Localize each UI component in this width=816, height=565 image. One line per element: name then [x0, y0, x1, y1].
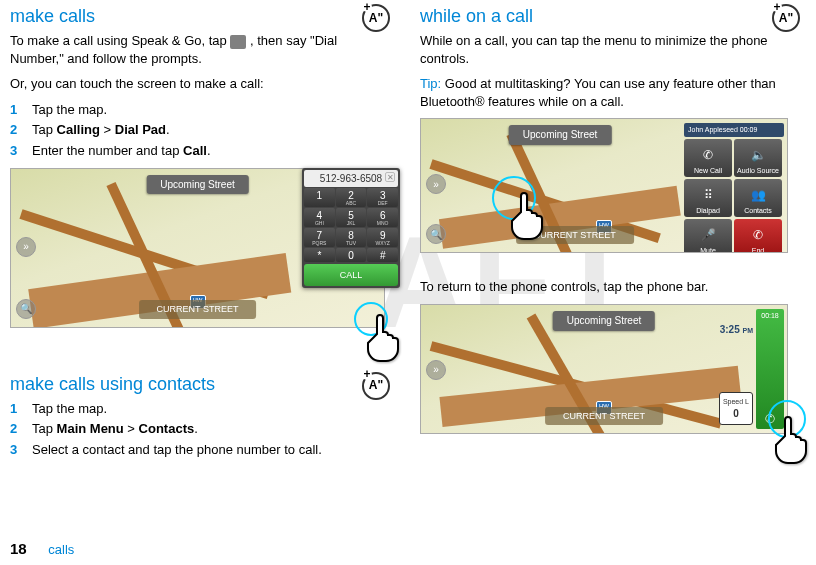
current-street-label: CURRENT STREET — [545, 407, 663, 425]
upcoming-street-bar: Upcoming Street — [553, 311, 655, 331]
dial-key[interactable]: * — [304, 248, 335, 262]
clear-icon[interactable]: ✕ — [385, 172, 395, 182]
search-icon[interactable]: 🔍 — [16, 299, 36, 319]
on-call-tip: Tip: Good at multitasking? You can use a… — [420, 75, 800, 110]
left-column: make calls A" To make a call using Speak… — [10, 4, 390, 467]
dialed-number-display: 512-963-6508 ✕ — [304, 170, 398, 188]
dial-key[interactable]: 3DEF — [367, 188, 398, 207]
step-number: 2 — [10, 420, 32, 438]
figure-in-call: Upcoming Street John Appleseed 00:09 » 🔍… — [420, 118, 788, 253]
speed-limit-sign: Speed L 0 — [719, 392, 753, 425]
dial-key[interactable]: 1 — [304, 188, 335, 207]
right-column: while on a call A" While on a call, you … — [420, 4, 800, 467]
heading-make-calls: make calls — [10, 4, 95, 28]
step-number: 3 — [10, 441, 32, 459]
figure-phone-bar: Upcoming Street » HW CURRENT STREET 3:25… — [420, 304, 788, 434]
dialpad-icon: ⠿ — [704, 187, 713, 203]
speaker-icon: 🔈 — [751, 147, 766, 163]
step-number: 1 — [10, 400, 32, 418]
expand-icon[interactable]: » — [426, 360, 446, 380]
text: To make a call using Speak & Go, tap — [10, 33, 230, 48]
contacts-steps: 1 Tap the map. 2 Tap Main Menu > Contact… — [10, 400, 390, 459]
make-calls-intro: To make a call using Speak & Go, tap , t… — [10, 32, 390, 67]
end-call-button[interactable]: ✆End — [734, 219, 782, 253]
end-call-icon: ✆ — [753, 227, 763, 243]
step-text: Tap the map. — [32, 101, 107, 119]
dial-key[interactable]: 8TUV — [336, 228, 367, 247]
dial-key[interactable]: 4GHI — [304, 208, 335, 227]
heading-while-on-call: while on a call — [420, 4, 533, 28]
dial-key[interactable]: # — [367, 248, 398, 262]
expand-icon[interactable]: » — [16, 237, 36, 257]
pointer-hand-icon — [772, 414, 814, 464]
return-text: To return to the phone controls, tap the… — [420, 278, 800, 296]
dial-key[interactable]: 7PQRS — [304, 228, 335, 247]
tip-label: Tip: — [420, 76, 441, 91]
heading-make-calls-contacts: make calls using contacts — [10, 372, 215, 396]
in-call-panel: ✆New Call 🔈Audio Source ⠿Dialpad 👥Contac… — [684, 139, 784, 253]
pointer-hand-icon — [364, 312, 406, 362]
make-calls-alt: Or, you can touch the screen to make a c… — [10, 75, 390, 93]
dial-pad-panel: 512-963-6508 ✕ 1 2ABC 3DEF 4GHI 5JKL 6MN… — [302, 168, 400, 289]
upcoming-street-bar: Upcoming Street — [509, 125, 611, 145]
current-street-label: CURRENT STREET — [139, 300, 257, 318]
step-text: Tap Main Menu > Contacts. — [32, 420, 198, 438]
mute-button[interactable]: 🎤Mute — [684, 219, 732, 253]
phone-plus-icon: ✆ — [703, 147, 713, 163]
dial-key[interactable]: 5JKL — [336, 208, 367, 227]
dial-key[interactable]: 2ABC — [336, 188, 367, 207]
make-calls-steps: 1 Tap the map. 2 Tap Calling > Dial Pad.… — [10, 101, 390, 160]
step-text: Enter the number and tap Call. — [32, 142, 211, 160]
step-text: Tap the map. — [32, 400, 107, 418]
step-text: Tap Calling > Dial Pad. — [32, 121, 170, 139]
page-number: 18 — [10, 540, 27, 557]
phone-bar[interactable]: 00:18 ✆ — [756, 309, 784, 429]
clock-label: 3:25 PM — [720, 323, 753, 337]
step-number: 2 — [10, 121, 32, 139]
phonebar-timer: 00:18 — [761, 311, 779, 320]
call-button[interactable]: CALL — [304, 264, 398, 286]
pointer-hand-icon — [508, 190, 550, 240]
tip-text: Good at multitasking? You can use any fe… — [420, 76, 776, 109]
page-footer: 18 calls — [10, 539, 74, 559]
new-call-button[interactable]: ✆New Call — [684, 139, 732, 177]
footer-section: calls — [48, 542, 74, 557]
mute-icon: 🎤 — [701, 227, 716, 243]
step-text: Select a contact and tap the phone numbe… — [32, 441, 322, 459]
step-number: 3 — [10, 142, 32, 160]
dial-key[interactable]: 0 — [336, 248, 367, 262]
contacts-icon: 👥 — [751, 187, 766, 203]
step-number: 1 — [10, 101, 32, 119]
contacts-button[interactable]: 👥Contacts — [734, 179, 782, 217]
upcoming-street-bar: Upcoming Street — [146, 175, 248, 195]
audio-source-button[interactable]: 🔈Audio Source — [734, 139, 782, 177]
dial-key[interactable]: 9WXYZ — [367, 228, 398, 247]
android-auto-badge: A" — [362, 4, 390, 32]
android-auto-badge: A" — [772, 4, 800, 32]
dialpad-button[interactable]: ⠿Dialpad — [684, 179, 732, 217]
on-call-intro: While on a call, you can tap the menu to… — [420, 32, 800, 67]
caller-info-bar: John Appleseed 00:09 — [684, 123, 784, 136]
dial-key[interactable]: 6MNO — [367, 208, 398, 227]
speak-go-icon — [230, 35, 246, 49]
android-auto-badge: A" — [362, 372, 390, 400]
